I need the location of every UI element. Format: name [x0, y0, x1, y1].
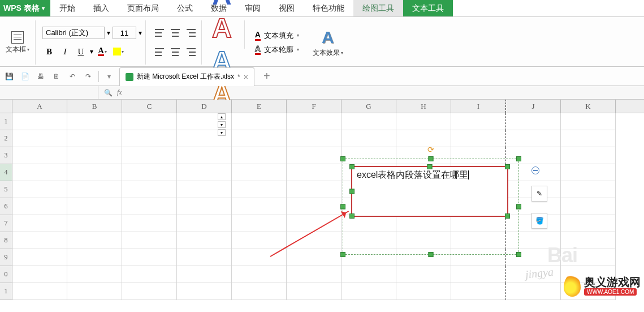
new-tab-button[interactable]: +: [259, 70, 275, 83]
watermark-brand: 奥义游戏网 WWW.AOE1.COM: [564, 274, 641, 297]
document-tab[interactable]: 新建 Microsoft Excel 工作表.xlsx * ×: [119, 67, 254, 86]
chevron-down-icon: ▾: [122, 49, 124, 54]
row-header[interactable]: 4: [0, 164, 12, 181]
quick-access-row: 💾 📄 🖶 🗎 ↶ ↷ ▾ 新建 Microsoft Excel 工作表.xls…: [0, 67, 644, 86]
row-header[interactable]: 8: [0, 232, 12, 249]
close-tab-button[interactable]: ×: [244, 72, 248, 82]
undo-button[interactable]: ↶: [67, 71, 78, 82]
resize-handle[interactable]: [340, 252, 345, 257]
tab-start[interactable]: 开始: [50, 0, 84, 16]
name-box[interactable]: [0, 86, 98, 99]
row-header[interactable]: 7: [0, 215, 12, 232]
textbox-icon: [11, 31, 24, 44]
col-header[interactable]: C: [122, 100, 177, 113]
underline-button[interactable]: U: [74, 45, 88, 58]
font-name-select[interactable]: Calibri (正文): [42, 27, 105, 39]
chevron-down-icon[interactable]: ▾: [107, 29, 110, 37]
text-effects-button[interactable]: A 文本效果 ▾: [310, 27, 345, 59]
align-top-button[interactable]: [153, 26, 166, 40]
textbox-content[interactable]: excel表格内段落设置在哪里: [357, 170, 468, 179]
save-button[interactable]: 💾: [3, 71, 15, 82]
resize-handle[interactable]: [349, 164, 355, 169]
tab-drawing-tools[interactable]: 绘图工具: [353, 0, 403, 16]
align-bottom-button[interactable]: [184, 26, 198, 40]
resize-handle[interactable]: [516, 204, 521, 210]
edit-shape-button[interactable]: ✎: [531, 186, 547, 202]
chevron-down-icon[interactable]: ▾: [139, 29, 142, 37]
col-header[interactable]: K: [561, 100, 616, 113]
font-color-button[interactable]: A ▾: [96, 45, 109, 58]
resize-handle[interactable]: [516, 252, 521, 257]
collapse-icon[interactable]: [531, 166, 539, 174]
row-header[interactable]: 1: [0, 113, 12, 130]
row-header[interactable]: 9: [0, 249, 12, 266]
align-left-button[interactable]: [153, 45, 166, 59]
resize-handle[interactable]: [429, 156, 434, 161]
col-header[interactable]: I: [451, 100, 506, 113]
saveas-button[interactable]: 📄: [19, 71, 31, 82]
wordart-gallery[interactable]: A A A A A ▴ ▾ ▾: [205, 20, 239, 65]
tab-text-tools[interactable]: 文本工具: [403, 0, 453, 16]
redo-button[interactable]: ↷: [83, 71, 94, 82]
textbox-shape[interactable]: ⟳ excel表格内段落设置在哪里: [343, 159, 519, 255]
resize-handle[interactable]: [340, 156, 345, 161]
resize-handle[interactable]: [427, 164, 433, 169]
select-all-corner[interactable]: [0, 100, 12, 113]
text-outline-button[interactable]: A 文本轮廓 ▾: [255, 44, 299, 55]
tab-features[interactable]: 特色功能: [304, 0, 353, 16]
col-header[interactable]: A: [12, 100, 67, 113]
chevron-down-icon: ▾: [105, 49, 107, 54]
print-preview-button[interactable]: 🗎: [51, 71, 62, 82]
row-header[interactable]: 3: [0, 147, 12, 164]
row-header[interactable]: 0: [0, 266, 12, 283]
tab-review[interactable]: 审阅: [236, 0, 270, 16]
text-fill-button[interactable]: A 文本填充 ▾: [255, 30, 299, 41]
menu-tabs: 开始 插入 页面布局 公式 数据 审阅 视图 特色功能 绘图工具 文本工具: [50, 0, 453, 16]
font-size-select[interactable]: 11: [113, 27, 136, 39]
col-header[interactable]: F: [287, 100, 342, 113]
row-header[interactable]: 5: [0, 181, 12, 198]
font-color-icon: A: [98, 48, 103, 56]
qat-customize-button[interactable]: ▾: [103, 71, 115, 82]
col-header[interactable]: B: [67, 100, 122, 113]
group-textbox: 文本框 ▾: [0, 20, 36, 65]
text-effects-label: 文本效果: [313, 48, 340, 58]
highlight-button[interactable]: ▾: [111, 45, 125, 58]
col-header[interactable]: H: [396, 100, 451, 113]
chevron-down-icon[interactable]: ▾: [90, 48, 93, 55]
italic-button[interactable]: I: [58, 45, 72, 58]
col-header[interactable]: J: [506, 100, 561, 113]
row-header[interactable]: 6: [0, 198, 12, 215]
resize-handle[interactable]: [505, 164, 510, 169]
style-preset-2[interactable]: A: [212, 0, 232, 9]
row-header[interactable]: 2: [0, 130, 12, 147]
col-header[interactable]: E: [232, 100, 287, 113]
bold-button[interactable]: B: [42, 45, 56, 58]
textbox-button[interactable]: 文本框 ▾: [3, 30, 32, 55]
tab-view[interactable]: 视图: [270, 0, 304, 16]
tab-insert[interactable]: 插入: [84, 0, 118, 16]
align-middle-button[interactable]: [168, 26, 182, 40]
resize-handle[interactable]: [505, 213, 510, 219]
col-header[interactable]: D: [177, 100, 232, 113]
align-right-button[interactable]: [184, 45, 198, 59]
tab-layout[interactable]: 页面布局: [118, 0, 168, 16]
print-button[interactable]: 🖶: [35, 71, 46, 82]
resize-handle[interactable]: [349, 189, 355, 194]
fx-label[interactable]: fx: [117, 88, 122, 97]
spreadsheet-grid[interactable]: A B C D E F G H I J K 1 2 3 4 5 6 7 8 9 …: [0, 100, 644, 312]
rotate-handle-icon[interactable]: ⟳: [426, 144, 436, 155]
resize-handle[interactable]: [429, 252, 434, 257]
resize-handle[interactable]: [516, 156, 521, 161]
style-preset-3[interactable]: A: [212, 15, 232, 42]
fill-shape-button[interactable]: 🪣: [531, 213, 547, 229]
col-header[interactable]: G: [342, 100, 396, 113]
app-badge[interactable]: WPS 表格 ▾: [0, 0, 50, 16]
tab-formula[interactable]: 公式: [168, 0, 202, 16]
fx-search-icon[interactable]: 🔍: [104, 89, 113, 97]
row-header[interactable]: 1: [0, 283, 12, 300]
group-text-fill-outline: A 文本填充 ▾ A 文本轮廓 ▾: [250, 20, 304, 65]
textbox-inner[interactable]: excel表格内段落设置在哪里: [351, 166, 508, 217]
align-center-button[interactable]: [168, 45, 182, 59]
cells-area[interactable]: ⟳ excel表格内段落设置在哪里: [12, 113, 644, 300]
